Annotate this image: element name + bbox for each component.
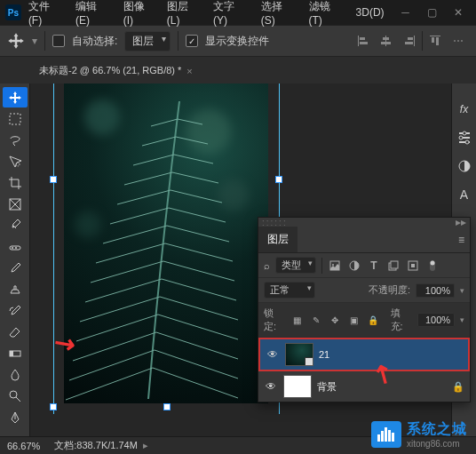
transform-handle[interactable] xyxy=(163,403,171,410)
filter-kind-select[interactable]: 类型 xyxy=(275,257,316,274)
brush-tool[interactable] xyxy=(3,258,28,278)
smart-object-badge xyxy=(305,357,313,366)
menu-image[interactable]: 图像(I) xyxy=(118,0,160,28)
lasso-tool[interactable] xyxy=(3,130,28,150)
svg-rect-12 xyxy=(10,114,20,124)
layer-thumbnail[interactable] xyxy=(285,343,313,366)
blur-tool[interactable] xyxy=(3,364,28,385)
svg-rect-1 xyxy=(360,37,365,40)
opacity-label: 不透明度: xyxy=(369,283,410,297)
transform-handle[interactable] xyxy=(50,403,57,410)
blend-mode-select[interactable]: 正常 xyxy=(264,282,315,299)
layers-tab[interactable]: 图层 xyxy=(258,227,298,252)
watermark: 系统之城 xitong86.com xyxy=(371,420,467,449)
filter-toggle[interactable] xyxy=(425,259,440,272)
layer-thumbnail[interactable] xyxy=(283,375,312,398)
lock-all-icon[interactable]: 🔒 xyxy=(366,315,379,325)
menu-file[interactable]: 文件(F) xyxy=(23,0,68,28)
collapse-panel-icon[interactable]: ▸▸ xyxy=(456,216,466,228)
document-canvas[interactable] xyxy=(64,84,268,403)
fill-label: 填充: xyxy=(391,307,412,333)
align-right-icon[interactable] xyxy=(399,31,420,51)
auto-select-checkbox[interactable] xyxy=(52,35,65,47)
eraser-tool[interactable] xyxy=(3,322,28,342)
svg-rect-29 xyxy=(391,261,398,268)
maximize-button[interactable]: ▢ xyxy=(419,3,444,22)
lock-label: 锁定: xyxy=(264,307,285,333)
dodge-tool[interactable] xyxy=(3,386,28,406)
svg-rect-34 xyxy=(377,434,380,442)
visibility-toggle[interactable]: 👁 xyxy=(266,348,280,361)
crop-tool[interactable] xyxy=(3,172,28,193)
lock-artboard-icon[interactable]: ▣ xyxy=(347,315,361,325)
minimize-button[interactable]: ─ xyxy=(393,3,418,22)
quick-select-tool[interactable] xyxy=(3,151,28,171)
svg-point-20 xyxy=(10,391,17,398)
menu-select[interactable]: 选择(S) xyxy=(256,0,302,28)
align-top-icon[interactable] xyxy=(424,31,446,51)
toolbox xyxy=(0,84,30,436)
fill-input[interactable]: 100% xyxy=(417,313,456,327)
layer-row[interactable]: 👁 21 xyxy=(258,338,470,371)
history-brush-tool[interactable] xyxy=(3,300,28,321)
clone-stamp-tool[interactable] xyxy=(3,279,28,299)
gradient-tool[interactable] xyxy=(3,343,28,363)
document-tab[interactable]: 未标题-2 @ 66.7% (21, RGB/8) * × xyxy=(32,59,200,84)
opacity-input[interactable]: 100% xyxy=(416,283,455,298)
character-panel-icon[interactable]: A xyxy=(456,187,472,203)
svg-point-16 xyxy=(12,247,13,249)
frame-tool[interactable] xyxy=(3,194,28,214)
menu-type[interactable]: 文字(Y) xyxy=(208,0,254,28)
healing-brush-tool[interactable] xyxy=(3,236,28,257)
lock-transparency-icon[interactable]: ▦ xyxy=(290,315,304,325)
app-logo: Ps xyxy=(5,4,21,20)
layer-name[interactable]: 21 xyxy=(319,349,329,360)
menu-edit[interactable]: 编辑(E) xyxy=(70,0,116,28)
layer-row[interactable]: 👁 背景 🔒 xyxy=(258,371,470,402)
adjustments-panel-icon[interactable] xyxy=(456,158,472,174)
transform-handle[interactable] xyxy=(50,176,57,183)
menu-3d[interactable]: 3D(D) xyxy=(351,4,390,20)
eyedropper-tool[interactable] xyxy=(3,215,28,235)
filter-shape-icon[interactable] xyxy=(386,259,401,272)
svg-point-17 xyxy=(15,247,17,249)
menu-layer[interactable]: 图层(L) xyxy=(162,0,206,28)
panel-grip[interactable]: :::::: ▸▸ xyxy=(258,218,470,227)
auto-select-label: 自动选择: xyxy=(72,34,117,49)
move-tool[interactable] xyxy=(3,87,28,108)
align-center-h-icon[interactable] xyxy=(376,31,397,51)
pen-tool[interactable] xyxy=(3,407,28,427)
visibility-toggle[interactable]: 👁 xyxy=(264,380,278,393)
layer-filter-row: ⌕ 类型 T xyxy=(258,253,470,278)
marquee-tool[interactable] xyxy=(3,108,28,129)
transform-handle[interactable] xyxy=(275,176,282,183)
menu-filter[interactable]: 滤镜(T) xyxy=(304,0,349,28)
lock-indicator-icon: 🔒 xyxy=(452,381,464,393)
auto-select-target[interactable]: 图层 xyxy=(124,31,171,52)
document-size[interactable]: 文档:838.7K/1.74M xyxy=(54,439,138,452)
guide-vertical-left[interactable] xyxy=(53,84,54,414)
zoom-value[interactable]: 66.67% xyxy=(7,441,40,451)
properties-panel-icon[interactable] xyxy=(456,130,472,146)
layers-panel[interactable]: :::::: ▸▸ 图层 ≡ ⌕ 类型 T 正常 不透明度: 100% ▾ 锁定… xyxy=(258,217,471,402)
svg-point-33 xyxy=(431,260,435,265)
filter-adjust-icon[interactable] xyxy=(347,259,361,272)
layer-name[interactable]: 背景 xyxy=(317,380,337,394)
lock-position-icon[interactable]: ✥ xyxy=(329,315,342,325)
filter-pixel-icon[interactable] xyxy=(328,259,342,272)
panel-menu-icon[interactable]: ≡ xyxy=(453,230,470,250)
show-transform-checkbox[interactable] xyxy=(186,35,198,47)
align-left-icon[interactable] xyxy=(353,31,374,51)
more-align-icon[interactable]: ⋯ xyxy=(448,31,469,51)
svg-rect-10 xyxy=(432,37,434,43)
svg-point-22 xyxy=(459,136,463,139)
lock-pixels-icon[interactable]: ✎ xyxy=(309,315,322,325)
document-tab-bar: 未标题-2 @ 66.7% (21, RGB/8) * × xyxy=(0,57,476,84)
filter-type-icon[interactable]: T xyxy=(367,259,381,272)
options-bar: ▾ 自动选择: 图层 显示变换控件 ⋯ xyxy=(0,25,476,57)
filter-smart-icon[interactable] xyxy=(406,259,420,272)
close-button[interactable]: ✕ xyxy=(446,3,471,22)
layer-list: 👁 21 👁 背景 🔒 xyxy=(258,338,470,402)
close-tab-icon[interactable]: × xyxy=(186,66,192,76)
styles-panel-icon[interactable]: fx xyxy=(456,101,472,117)
